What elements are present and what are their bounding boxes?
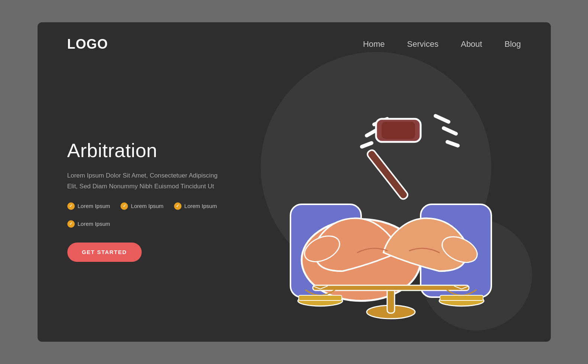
logo: LOGO <box>67 36 108 52</box>
badge-label-2: Lorem Ipsum <box>131 203 164 209</box>
badge-check-icon-3 <box>174 202 181 210</box>
badge-item-2: Lorem Ipsum <box>121 202 164 210</box>
svg-rect-20 <box>440 295 483 300</box>
page-wrapper: LOGO Home Services About Blog Arbitratio… <box>38 22 551 342</box>
svg-line-4 <box>444 128 456 134</box>
svg-line-3 <box>436 116 449 122</box>
svg-rect-16 <box>313 285 469 290</box>
hero-section: Arbitration Lorem Ipsum Dolor Sit Amet, … <box>38 52 551 327</box>
badge-label-3: Lorem Ipsum <box>184 203 217 209</box>
svg-line-2 <box>362 143 372 147</box>
badge-item-4: Lorem Ipsum <box>67 220 110 228</box>
badge-label-1: Lorem Ipsum <box>78 203 110 209</box>
nav-link-blog[interactable]: Blog <box>504 39 521 49</box>
nav-link-home[interactable]: Home <box>363 39 385 49</box>
cta-get-started-button[interactable]: GET STARTED <box>67 243 142 262</box>
badge-check-icon-2 <box>121 202 128 210</box>
nav-links: Home Services About Blog <box>363 39 521 49</box>
nav-link-services[interactable]: Services <box>407 39 438 49</box>
badge-item-1: Lorem Ipsum <box>67 202 110 210</box>
svg-rect-6 <box>366 149 409 201</box>
hero-content-left: Arbitration Lorem Ipsum Dolor Sit Amet, … <box>67 139 261 262</box>
svg-rect-8 <box>382 122 415 139</box>
arbitration-illustration <box>268 82 514 319</box>
svg-line-5 <box>447 142 458 146</box>
hero-badges: Lorem Ipsum Lorem Ipsum Lorem Ipsum Lore… <box>67 202 261 228</box>
navbar: LOGO Home Services About Blog <box>38 22 551 52</box>
hero-description: Lorem Ipsum Dolor Sit Amet, Consectetuer… <box>67 170 231 192</box>
hero-illustration <box>261 74 521 327</box>
badge-item-3: Lorem Ipsum <box>174 202 217 210</box>
svg-rect-15 <box>387 288 395 313</box>
badge-check-icon-1 <box>67 202 75 210</box>
badge-label-4: Lorem Ipsum <box>78 221 110 227</box>
nav-link-about[interactable]: About <box>461 39 482 49</box>
svg-rect-18 <box>299 295 342 300</box>
hero-title: Arbitration <box>67 139 261 162</box>
badge-check-icon-4 <box>67 220 75 228</box>
